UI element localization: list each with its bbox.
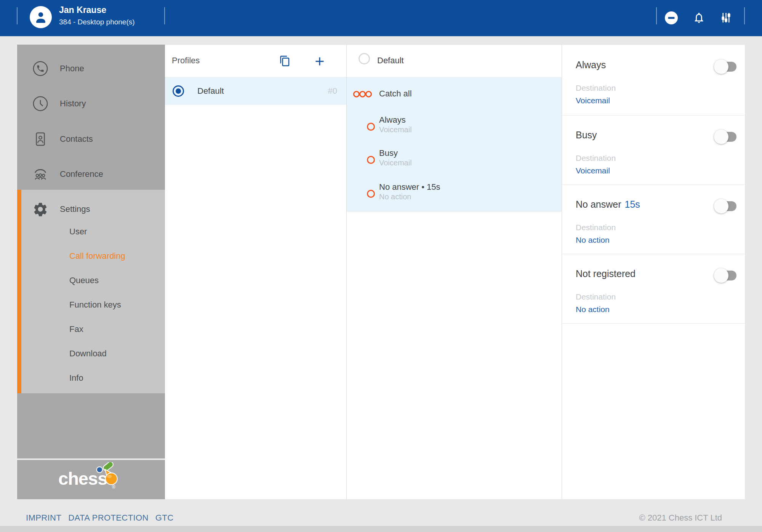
bottom-strip bbox=[0, 526, 762, 532]
sidebar-item-label: Settings bbox=[60, 204, 90, 214]
sidebar-subitem-download[interactable]: Download bbox=[17, 346, 165, 361]
catch-all-row[interactable]: Catch all bbox=[347, 86, 562, 103]
sidebar-item-label: History bbox=[60, 99, 86, 109]
toggle-knob bbox=[714, 268, 728, 283]
user-name: Jan Krause bbox=[59, 5, 106, 15]
registered-mark: ® bbox=[112, 484, 115, 490]
profile-name: Default bbox=[197, 86, 224, 96]
destination-label: Destination bbox=[576, 83, 616, 93]
catch-all-icon bbox=[353, 91, 372, 98]
do-not-disturb-icon[interactable] bbox=[664, 11, 678, 25]
profile-detail-header: Default bbox=[347, 45, 562, 77]
sidebar-subitem-function-keys[interactable]: Function keys bbox=[17, 298, 165, 312]
profile-detail-title: Default bbox=[377, 56, 404, 66]
destination-label: Destination bbox=[576, 154, 616, 163]
topbar-divider bbox=[17, 7, 18, 24]
sidebar: Phone History Contacts bbox=[17, 45, 165, 499]
radio-unselected-icon[interactable] bbox=[359, 53, 370, 64]
topbar-divider bbox=[744, 7, 745, 24]
sidebar-subitem-queues[interactable]: Queues bbox=[17, 273, 165, 288]
copyright-text: © 2021 Chess ICT Ltd bbox=[639, 513, 722, 523]
rule-ring-icon bbox=[367, 156, 375, 164]
profile-number: #0 bbox=[328, 86, 337, 96]
user-device-line: 384 - Desktop phone(s) bbox=[59, 18, 135, 26]
destination-value-link[interactable]: Voicemail bbox=[576, 166, 610, 175]
sidebar-subitem-fax[interactable]: Fax bbox=[17, 322, 165, 337]
rule-row-busy[interactable]: Busy Voicemail bbox=[347, 147, 562, 170]
notifications-bell-icon[interactable] bbox=[693, 11, 705, 24]
sidebar-item-label: Conference bbox=[60, 169, 103, 179]
footer-links: IMPRINT DATA PROTECTION GTC bbox=[26, 513, 173, 523]
copy-icon bbox=[279, 55, 291, 67]
tune-sliders-icon[interactable] bbox=[720, 11, 732, 24]
rule-row-no-answer[interactable]: No answer • 15s No action bbox=[347, 181, 562, 204]
sidebar-item-settings[interactable]: Settings bbox=[17, 200, 165, 218]
sidebar-item-conference[interactable]: Conference bbox=[17, 165, 165, 183]
footer-link-imprint[interactable]: IMPRINT bbox=[26, 513, 61, 523]
add-profile-button[interactable] bbox=[313, 54, 327, 68]
destination-label: Destination bbox=[576, 223, 616, 232]
active-section-accent-bar bbox=[17, 190, 21, 393]
sidebar-subitem-user[interactable]: User bbox=[17, 224, 165, 239]
destination-value-link[interactable]: No action bbox=[576, 305, 610, 314]
top-bar: Jan Krause 384 - Desktop phone(s) bbox=[0, 0, 762, 36]
profiles-title: Profiles bbox=[172, 56, 200, 66]
footer-link-data-protection[interactable]: DATA PROTECTION bbox=[68, 513, 149, 523]
profile-detail-panel: Default Catch all Always Voicemail Busy … bbox=[346, 45, 562, 499]
topbar-divider bbox=[656, 7, 657, 24]
destination-label: Destination bbox=[576, 292, 616, 301]
profiles-panel: Profiles Default #0 bbox=[165, 45, 346, 499]
forwarding-panel: Always Destination Voicemail Busy Destin… bbox=[562, 45, 745, 499]
section-title: No answer15s bbox=[576, 199, 640, 210]
topbar-divider bbox=[164, 7, 165, 24]
sidebar-subitem-info[interactable]: Info bbox=[17, 371, 165, 385]
contacts-icon bbox=[32, 131, 48, 147]
destination-value-link[interactable]: Voicemail bbox=[576, 96, 610, 105]
footer-link-gtc[interactable]: GTC bbox=[155, 513, 174, 523]
no-answer-toggle[interactable] bbox=[715, 201, 736, 211]
gear-icon bbox=[32, 201, 48, 217]
forwarding-section-not-registered: Not registered Destination No action bbox=[562, 254, 745, 324]
section-title: Always bbox=[576, 59, 609, 71]
forwarding-section-busy: Busy Destination Voicemail bbox=[562, 115, 745, 185]
radio-selected-icon[interactable] bbox=[173, 85, 184, 97]
sidebar-item-history[interactable]: History bbox=[17, 95, 165, 112]
toggle-knob bbox=[714, 130, 728, 144]
toggle-knob bbox=[714, 59, 728, 74]
sidebar-main-nav: Phone History Contacts bbox=[17, 45, 165, 190]
profiles-header: Profiles bbox=[165, 45, 346, 77]
not-registered-toggle[interactable] bbox=[715, 271, 736, 280]
always-toggle[interactable] bbox=[715, 62, 736, 72]
sidebar-item-phone[interactable]: Phone bbox=[17, 60, 165, 77]
toggle-knob bbox=[714, 199, 728, 213]
sidebar-subitem-call-forwarding[interactable]: Call forwarding bbox=[17, 249, 165, 263]
sidebar-logo-block: chess ® bbox=[17, 460, 165, 499]
avatar bbox=[30, 6, 52, 28]
forwarding-section-no-answer: No answer15s Destination No action bbox=[562, 184, 745, 254]
destination-value-link[interactable]: No action bbox=[576, 236, 610, 245]
sidebar-item-label: Contacts bbox=[60, 134, 93, 144]
timeout-value: 15s bbox=[625, 199, 640, 210]
section-title: Not registered bbox=[576, 268, 639, 279]
catch-all-block: Catch all Always Voicemail Busy Voicemai… bbox=[347, 77, 562, 212]
conference-icon bbox=[32, 166, 48, 182]
chess-logo-icon bbox=[96, 462, 121, 487]
history-icon bbox=[32, 96, 48, 112]
section-title: Busy bbox=[576, 130, 600, 141]
copy-profile-button[interactable] bbox=[279, 55, 291, 67]
plus-icon bbox=[313, 54, 327, 68]
sidebar-item-label: Phone bbox=[60, 64, 84, 74]
catch-all-label: Catch all bbox=[379, 89, 412, 99]
rule-ring-icon bbox=[367, 123, 375, 131]
sidebar-settings-section: Settings User Call forwarding Queues Fun… bbox=[17, 190, 165, 393]
user-icon bbox=[33, 10, 48, 25]
forwarding-section-always: Always Destination Voicemail bbox=[562, 45, 745, 115]
sidebar-filler bbox=[17, 393, 165, 458]
profile-row-default[interactable]: Default #0 bbox=[165, 77, 346, 105]
rule-ring-icon bbox=[367, 190, 375, 198]
sidebar-item-contacts[interactable]: Contacts bbox=[17, 130, 165, 148]
phone-icon bbox=[32, 61, 48, 77]
busy-toggle[interactable] bbox=[715, 132, 736, 142]
rule-row-always[interactable]: Always Voicemail bbox=[347, 114, 562, 137]
